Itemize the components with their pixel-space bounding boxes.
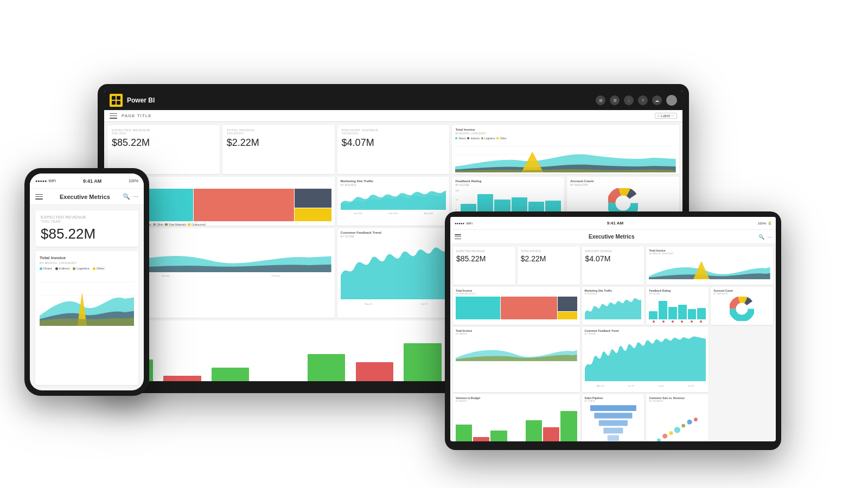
desktop-page-title: PAGE TITLE (122, 113, 655, 118)
ipad-statusbar: ●●●●● WiFi 9:41 AM 100% 🔋 (450, 217, 776, 230)
ipad-chart-account-count[interactable]: Account Count BY INDUSTRY (711, 287, 773, 325)
phone-signal-icon: ●●●●● (35, 179, 47, 183)
ipad-chart-traffic[interactable]: Marketing Site Traffic BY BOUNCE (582, 287, 644, 325)
svg-point-30 (694, 418, 698, 421)
chart-total-invoice-monthly[interactable]: Total Invoice BY MONTH, CATEGORY Direct … (452, 125, 679, 174)
ipad-time: 9:41 AM (607, 221, 623, 226)
ipad-screen: ●●●●● WiFi 9:41 AM 100% 🔋 Executive Metr… (450, 217, 776, 441)
ipad-more-icon[interactable]: ··· (767, 234, 771, 240)
ipad-chart-customer-size[interactable]: Customer Size vs. Revenue BY SEGMENT (646, 394, 709, 441)
svg-rect-19 (603, 428, 623, 434)
scene: Power BI ⊞ ⚙ ↓ ? ☁ PAGE TITLE ○ La (0, 0, 868, 488)
desktop-appname: Power BI (127, 97, 596, 104)
desktop-label-button[interactable]: ○ Label ··· (655, 113, 677, 119)
wavy-chart-svg (341, 188, 446, 210)
phone-app-title: Executive Metrics (47, 194, 123, 200)
ipad-chart-sales-pipeline[interactable]: Sales Pipeline BY STAGE (582, 394, 644, 441)
phone-navbar: Executive Metrics 🔍 ··· (30, 189, 144, 205)
phone-kpi-expected-revenue[interactable]: Expected Revenue THIS YEAR $85.22M (35, 210, 138, 247)
phone-chart-total-invoice[interactable]: Total Invoice BY MONTH, CATEGORY Direct … (35, 251, 138, 385)
ipad-menu-button[interactable] (455, 234, 461, 239)
svg-point-27 (674, 427, 680, 433)
ipad-dashboard: Expected Revenue $85.22M Total Invoice $… (450, 244, 776, 441)
svg-point-28 (682, 424, 686, 428)
phone-device: ●●●●● WiFi 9:41 AM 100% Executive Metric… (24, 168, 149, 396)
ipad-search-icon[interactable]: 🔍 (758, 234, 764, 240)
phone-battery: 100% (129, 179, 138, 183)
svg-point-25 (663, 434, 668, 439)
svg-rect-17 (594, 413, 632, 419)
svg-point-15 (736, 303, 748, 315)
phone-screen: ●●●●● WiFi 9:41 AM 100% Executive Metric… (30, 174, 144, 390)
ipad-area-chart2 (456, 335, 577, 361)
ipad-nav-icons: 🔍 ··· (758, 234, 771, 240)
ipad-area-chart (649, 255, 770, 279)
ipad-scatter-svg (649, 402, 706, 441)
ipad-chart-invoice-area[interactable]: Total Invoice BY MONTH (453, 327, 580, 392)
svg-point-26 (669, 431, 673, 435)
ipad-kpi-expected-revenue[interactable]: Expected Revenue $85.22M (453, 247, 515, 285)
powerbi-logo (110, 94, 123, 107)
ipad-navbar: Executive Metrics 🔍 ··· (450, 230, 776, 244)
desktop-subbar: PAGE TITLE ○ Label ··· (104, 110, 682, 122)
kpi-total-invoice[interactable]: Total Invoice THIS MONTH $2.22M (222, 125, 335, 174)
phone-chart-legend: Direct Indirect Logistics Other (40, 267, 134, 270)
desktop-icon-help[interactable]: ? (638, 95, 648, 105)
phone-content: Expected Revenue THIS YEAR $85.22M Total… (30, 205, 144, 390)
ipad-chart-feedback-rating[interactable]: Feedback Rating BY SCORE (646, 287, 709, 325)
desktop-toolbar-icons: ⊞ ⚙ ↓ ? ☁ (596, 95, 677, 106)
ipad-feedback-trend-svg (585, 335, 706, 381)
chart-variance-budget[interactable]: Varience to Budget BY MONTH (107, 320, 449, 381)
ipad-kpi-total-invoice[interactable]: Total Invoice $2.22M (518, 247, 580, 285)
desktop-user-avatar[interactable] (666, 95, 677, 106)
desktop-icon-settings[interactable]: ⚙ (610, 95, 620, 105)
ipad-wavy-svg (585, 295, 642, 319)
svg-rect-18 (598, 420, 627, 426)
desktop-icon-share[interactable]: ☁ (652, 95, 662, 105)
svg-point-29 (687, 420, 692, 425)
ipad-chart-feedback-trend[interactable]: Customer Feedback Trend BY SCORE May 24J… (582, 327, 709, 392)
ipad-device: ●●●●● WiFi 9:41 AM 100% 🔋 Executive Metr… (445, 211, 781, 450)
chart-marketing-traffic[interactable]: Marketing Site Traffic BY BOUNCE Jan 201… (337, 177, 450, 226)
ipad-funnel-svg (585, 402, 642, 441)
ipad-chart-variance[interactable]: Varience to Budget BY MONTH (453, 394, 580, 441)
phone-menu-button[interactable] (35, 194, 43, 200)
phone-time: 9:41 AM (83, 178, 101, 184)
svg-rect-16 (590, 405, 636, 411)
phone-area-chart (40, 272, 134, 326)
kpi-expected-revenue[interactable]: Expected Revenue THIS YEAR $85.22M (107, 125, 220, 174)
desktop-topbar: Power BI ⊞ ⚙ ↓ ? ☁ (104, 91, 682, 110)
svg-rect-20 (607, 435, 618, 441)
desktop-hamburger[interactable] (110, 113, 117, 119)
svg-point-24 (657, 439, 661, 441)
desktop-icon-grid[interactable]: ⊞ (596, 95, 605, 105)
phone-nav-icons: 🔍 ··· (123, 193, 138, 200)
phone-more-icon[interactable]: ··· (133, 193, 138, 200)
ipad-app-title: Executive Metrics (464, 234, 758, 240)
phone-search-icon[interactable]: 🔍 (123, 193, 130, 200)
ipad-signal-icon: ●●●●● (455, 222, 464, 225)
ipad-battery: 100% (758, 222, 766, 225)
desktop-icon-download[interactable]: ↓ (624, 95, 634, 105)
ipad-pie-svg (730, 297, 754, 321)
phone-statusbar: ●●●●● WiFi 9:41 AM 100% (30, 174, 144, 189)
ipad-chart-invoice-monthly[interactable]: Total Invoice BY MONTH, CATEGORY (646, 247, 773, 285)
area-chart-svg (455, 140, 676, 172)
ipad-chart-subcategory[interactable]: Total Invoice BY SUBCATEGORY (453, 287, 580, 325)
ipad-kpi-discount-savings[interactable]: Discount Savings $4.07M (582, 247, 644, 285)
svg-point-7 (616, 196, 631, 211)
kpi-discount-savings[interactable]: Discount Savings THIS MONTH $4.07M (337, 125, 450, 174)
